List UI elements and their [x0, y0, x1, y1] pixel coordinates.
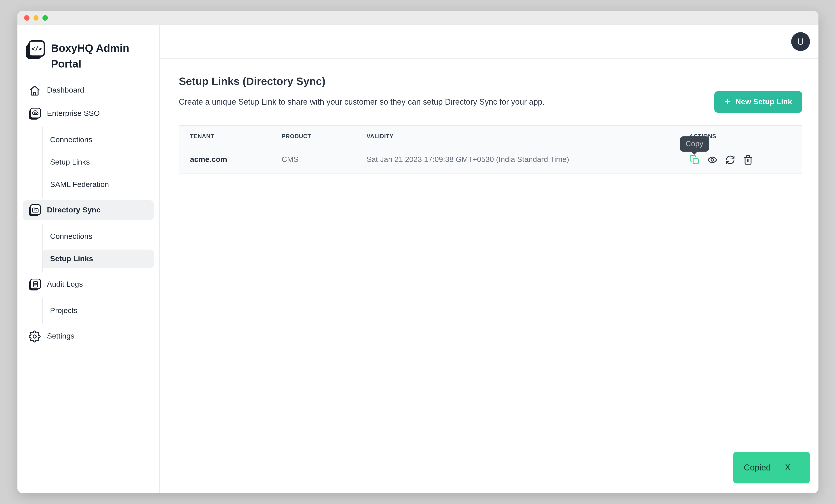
close-window-button[interactable]: [24, 16, 29, 21]
top-header: U: [160, 25, 818, 59]
sidebar-item-settings[interactable]: Settings: [23, 326, 154, 346]
brand-title: BoxyHQ Admin Portal: [51, 40, 132, 72]
toast-message: Copied: [744, 463, 771, 472]
sidebar-item-enterprise-sso[interactable]: Enterprise SSO: [23, 104, 154, 123]
copied-toast: Copied X: [733, 452, 810, 483]
keycap-folder-sync-icon: [28, 204, 41, 216]
user-avatar[interactable]: U: [791, 32, 810, 51]
sidebar-sublist-enterprise-sso: Connections Setup Links SAML Federation: [42, 127, 154, 198]
page-title: Setup Links (Directory Sync): [179, 75, 802, 88]
page-description: Create a unique Setup Link to share with…: [179, 97, 545, 107]
sidebar-subitem-label: Connections: [50, 232, 92, 241]
validity-cell: Sat Jan 21 2023 17:09:38 GMT+0530 (India…: [356, 155, 689, 164]
copy-action-button[interactable]: Copy: [689, 155, 699, 165]
keycap-clipboard-icon: [28, 278, 41, 290]
plus-icon: +: [725, 96, 731, 107]
column-header-validity: VALIDITY: [356, 133, 689, 140]
product-cell: CMS: [271, 155, 356, 164]
toast-close-button[interactable]: X: [785, 463, 790, 472]
column-header-product: PRODUCT: [271, 133, 356, 140]
home-icon: [28, 84, 41, 96]
page-content: Setup Links (Directory Sync) Create a un…: [160, 59, 818, 493]
sidebar-item-sso-saml-federation[interactable]: SAML Federation: [43, 175, 154, 194]
window-titlebar: [17, 11, 818, 25]
sidebar-subitem-label: Setup Links: [50, 255, 93, 263]
sidebar-subitem-label: SAML Federation: [50, 180, 109, 189]
boxyhq-logo-icon: </>: [25, 40, 45, 60]
actions-cell: Copy: [689, 155, 802, 165]
sidebar-sublist-directory-sync: Connections Setup Links: [42, 224, 154, 272]
new-setup-link-button[interactable]: + New Setup Link: [714, 91, 802, 113]
delete-action-button[interactable]: [743, 155, 753, 165]
tenant-cell: acme.com: [179, 155, 271, 164]
refresh-icon: [725, 155, 735, 165]
new-setup-link-label: New Setup Link: [736, 98, 792, 106]
stage: </> BoxyHQ Admin Portal: [0, 0, 835, 504]
gear-icon: [28, 330, 41, 342]
app-window: </> BoxyHQ Admin Portal: [17, 11, 818, 493]
minimize-window-button[interactable]: [33, 16, 38, 21]
sidebar-item-label: Dashboard: [47, 86, 84, 95]
copy-tooltip: Copy: [680, 136, 709, 152]
sidebar-item-dsync-setup-links[interactable]: Setup Links: [43, 249, 154, 268]
sidebar-item-sso-setup-links[interactable]: Setup Links: [43, 153, 154, 172]
sidebar-item-label: Audit Logs: [47, 280, 83, 289]
sidebar-item-dsync-connections[interactable]: Connections: [43, 227, 154, 246]
svg-text:</>: </>: [32, 45, 42, 52]
page-subheader: Create a unique Setup Link to share with…: [179, 91, 802, 113]
regenerate-action-button[interactable]: [725, 155, 735, 165]
brand[interactable]: </> BoxyHQ Admin Portal: [23, 40, 154, 72]
maximize-window-button[interactable]: [42, 16, 47, 21]
sidebar-item-audit-logs[interactable]: Audit Logs: [23, 275, 154, 294]
sidebar-item-label: Enterprise SSO: [47, 109, 100, 118]
sidebar-item-audit-projects[interactable]: Projects: [43, 301, 154, 320]
sidebar: </> BoxyHQ Admin Portal: [17, 25, 160, 493]
sidebar-subitem-label: Projects: [50, 306, 78, 315]
setup-links-table: TENANT PRODUCT VALIDITY ACTIONS acme.com…: [179, 125, 802, 174]
trash-icon: [743, 155, 753, 165]
view-action-button[interactable]: [707, 155, 717, 165]
sidebar-item-dashboard[interactable]: Dashboard: [23, 80, 154, 100]
eye-icon: [707, 155, 717, 165]
sidebar-subitem-label: Connections: [50, 136, 92, 144]
sidebar-sublist-audit-logs: Projects: [42, 298, 154, 324]
keycap-cloud-key-icon: [28, 107, 41, 120]
column-header-tenant: TENANT: [179, 133, 271, 140]
sidebar-subitem-label: Setup Links: [50, 158, 90, 167]
sidebar-item-sso-connections[interactable]: Connections: [43, 130, 154, 149]
sidebar-item-label: Settings: [47, 332, 75, 341]
table-row: acme.com CMS Sat Jan 21 2023 17:09:38 GM…: [179, 146, 802, 174]
sidebar-item-directory-sync[interactable]: Directory Sync: [23, 200, 154, 220]
window-body: </> BoxyHQ Admin Portal: [17, 25, 818, 493]
sidebar-item-label: Directory Sync: [47, 206, 101, 215]
sidebar-nav: Dashboard Enterprise SSO: [23, 80, 154, 350]
main-area: U Setup Links (Directory Sync) Create a …: [160, 25, 818, 493]
